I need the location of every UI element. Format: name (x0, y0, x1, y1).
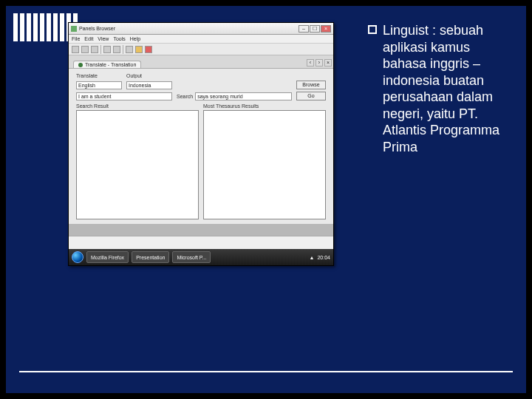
close-button[interactable]: × (321, 25, 331, 33)
tab-icon (78, 63, 83, 67)
tool-icon[interactable] (126, 46, 133, 53)
bullet-text-block: Linguist : sebuah aplikasi kamus bahasa … (368, 22, 516, 155)
divider-line (19, 371, 513, 372)
tool-icon[interactable] (145, 46, 152, 53)
menu-item[interactable]: File (72, 36, 80, 41)
statusbar (69, 236, 333, 249)
window-titlebar[interactable]: Panels Browser – ☐ × (69, 23, 333, 35)
column-header: Search Result (76, 103, 199, 109)
tab-label: Translate - Translation (85, 62, 136, 67)
tool-icon[interactable] (81, 46, 89, 53)
tab-strip: Translate - Translation ‹ › × (69, 55, 333, 69)
app-screenshot: Panels Browser – ☐ × File Edit View Tool… (68, 22, 334, 266)
menu-item[interactable]: Help (130, 36, 140, 41)
search-result-list[interactable] (76, 110, 199, 219)
output-text-field[interactable]: saya seorang murid (195, 92, 292, 100)
tool-icon[interactable] (72, 46, 79, 53)
form-panel: Translate Output English Indonesia Brows… (69, 69, 333, 224)
tray-icon[interactable]: ▲ (310, 255, 315, 260)
app-icon (71, 26, 77, 32)
maximize-button[interactable]: ☐ (310, 25, 320, 33)
label: Search (177, 94, 193, 99)
menu-item[interactable]: Edit (84, 36, 93, 41)
column-header: Most Thesaurus Results (203, 103, 326, 109)
nav-close-icon[interactable]: × (324, 59, 332, 66)
nav-back-icon[interactable]: ‹ (307, 59, 314, 66)
thesaurus-result-list[interactable] (203, 110, 326, 219)
go-button[interactable]: Go (296, 92, 326, 100)
lang-to-select[interactable]: Indonesia (126, 81, 172, 89)
task-button[interactable]: Presentation (132, 251, 169, 263)
menu-item[interactable]: View (98, 36, 109, 41)
lang-from-select[interactable]: English (76, 81, 122, 89)
bullet-text: Linguist : sebuah aplikasi kamus bahasa … (383, 22, 516, 155)
menubar[interactable]: File Edit View Tools Help (69, 35, 333, 44)
minimize-button[interactable]: – (299, 25, 309, 33)
bullet-marker-icon (368, 25, 377, 34)
label: Output (126, 73, 172, 78)
start-orb-icon[interactable] (72, 251, 83, 263)
tool-icon[interactable] (91, 46, 98, 53)
nav-fwd-icon[interactable]: › (316, 59, 323, 66)
taskbar[interactable]: Mozilla Firefox Presentation Microsoft P… (69, 249, 333, 265)
toolbar (69, 44, 333, 55)
tool-icon[interactable] (113, 46, 120, 53)
tab-translate[interactable]: Translate - Translation (73, 61, 141, 68)
input-text-field[interactable]: I am a student (76, 92, 172, 100)
menu-item[interactable]: Tools (113, 36, 125, 41)
clock: 20:04 (317, 255, 330, 260)
window-title: Panels Browser (79, 26, 115, 31)
task-button[interactable]: Mozilla Firefox (86, 251, 129, 263)
tool-icon[interactable] (103, 46, 111, 53)
label: Translate (76, 73, 122, 78)
task-button[interactable]: Microsoft P... (172, 251, 211, 263)
browse-button[interactable]: Browse (296, 81, 326, 89)
tool-icon[interactable] (135, 46, 143, 53)
